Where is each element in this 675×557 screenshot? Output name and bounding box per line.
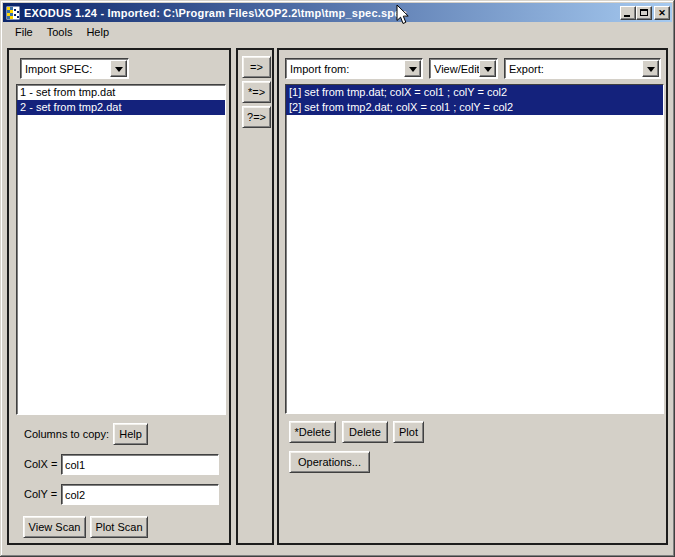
- star-delete-button[interactable]: *Delete: [289, 421, 336, 443]
- plot-scan-button[interactable]: Plot Scan: [90, 516, 148, 538]
- list-item[interactable]: [2] set from tmp2.dat; colX = col1 ; col…: [286, 100, 663, 115]
- copy-arrow-button[interactable]: =>: [242, 56, 271, 78]
- app-icon: [6, 6, 20, 20]
- close-icon: ✕: [655, 7, 669, 19]
- coly-field[interactable]: [61, 484, 219, 505]
- minimize-button[interactable]: [620, 6, 636, 20]
- import-spec-combo-label: Import SPEC:: [21, 63, 110, 75]
- view-scan-button[interactable]: View Scan: [23, 516, 86, 538]
- source-listbox[interactable]: 1 - set from tmp.dat 2 - set from tmp2.d…: [16, 84, 226, 415]
- workspace-panel: Import from: View/Edit: Export: [1] set …: [277, 48, 668, 545]
- list-item[interactable]: [1] set from tmp.dat; colX = col1 ; colY…: [286, 85, 663, 100]
- source-panel: Import SPEC: 1 - set from tmp.dat 2 - se…: [7, 48, 231, 545]
- import-spec-combo[interactable]: Import SPEC:: [20, 58, 129, 79]
- close-button[interactable]: ✕: [654, 6, 670, 20]
- chevron-down-icon[interactable]: [110, 60, 127, 77]
- window-title: EXODUS 1.24 - Imported: C:\Program Files…: [24, 7, 620, 19]
- help-button[interactable]: Help: [113, 423, 148, 445]
- columns-to-copy-label: Columns to copy:: [24, 427, 109, 442]
- maximize-icon: [640, 9, 648, 16]
- minimize-icon: [624, 15, 630, 17]
- view-edit-combo-label: View/Edit:: [430, 63, 479, 75]
- coly-label: ColY =: [24, 484, 57, 505]
- colx-label: ColX =: [24, 454, 57, 475]
- menu-file[interactable]: File: [8, 24, 40, 40]
- chevron-down-icon[interactable]: [642, 60, 659, 77]
- export-combo[interactable]: Export:: [504, 58, 661, 79]
- view-edit-combo[interactable]: View/Edit:: [429, 58, 498, 79]
- menu-help[interactable]: Help: [79, 24, 116, 40]
- import-from-combo[interactable]: Import from:: [285, 58, 423, 79]
- list-item[interactable]: 1 - set from tmp.dat: [17, 85, 225, 100]
- app-window: EXODUS 1.24 - Imported: C:\Program Files…: [0, 0, 675, 557]
- menu-bar: File Tools Help: [3, 22, 672, 42]
- copy-query-arrow-button[interactable]: ?=>: [242, 106, 271, 128]
- title-bar[interactable]: EXODUS 1.24 - Imported: C:\Program Files…: [3, 3, 672, 22]
- plot-button[interactable]: Plot: [393, 421, 424, 443]
- list-item[interactable]: 2 - set from tmp2.dat: [17, 100, 225, 115]
- dataset-listbox[interactable]: [1] set from tmp.dat; colX = col1 ; colY…: [285, 84, 664, 414]
- import-from-combo-label: Import from:: [286, 63, 404, 75]
- operations-button[interactable]: Operations...: [289, 451, 370, 473]
- export-combo-label: Export:: [505, 63, 642, 75]
- chevron-down-icon[interactable]: [479, 60, 496, 77]
- colx-field[interactable]: [61, 454, 219, 475]
- delete-button[interactable]: Delete: [342, 421, 388, 443]
- menu-tools[interactable]: Tools: [40, 24, 80, 40]
- maximize-button[interactable]: [636, 6, 652, 20]
- chevron-down-icon[interactable]: [404, 60, 421, 77]
- copy-star-arrow-button[interactable]: *=>: [242, 81, 271, 103]
- transfer-panel: => *=> ?=>: [236, 48, 274, 545]
